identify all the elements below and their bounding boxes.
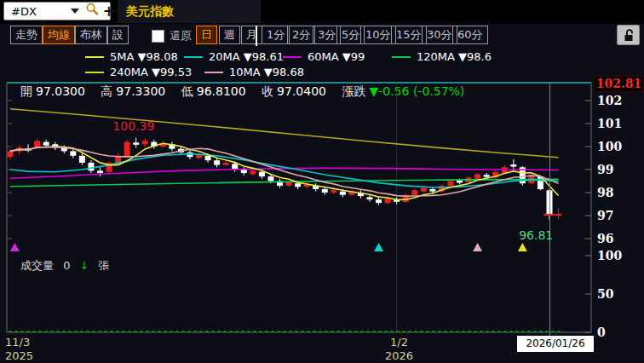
volume-axis-label: 50: [597, 287, 614, 301]
candle: [79, 153, 85, 165]
price-axis-label: 96: [597, 232, 613, 245]
price-axis-label: 100: [597, 140, 622, 153]
date-axis-label: 2025: [5, 349, 33, 362]
candle: [26, 144, 32, 152]
candle: [106, 162, 112, 174]
candle: [313, 183, 319, 191]
date-axis-label: 1/2: [390, 336, 408, 349]
10ma-line: [10, 147, 559, 197]
volume-axis-label: 100: [597, 249, 622, 262]
price-axis-label: 99: [597, 163, 613, 176]
date-axis-label: 11/3: [5, 336, 30, 349]
volume-row: 成交量 0 ↓ 張: [20, 258, 110, 274]
crosshair-date-tooltip: 2026/01/26: [517, 336, 594, 352]
axis-max-price-badge: 102.81: [594, 76, 644, 92]
candle: [367, 195, 373, 202]
price-axis-label: 97: [597, 209, 613, 222]
signal-triangle-marker: [518, 243, 527, 251]
price-annotation: 96.81: [519, 228, 553, 242]
candle: [250, 170, 256, 176]
volume-value: 0: [63, 259, 70, 272]
candle: [555, 208, 561, 220]
volume-unit: 張: [99, 259, 110, 272]
candle: [358, 190, 364, 198]
signal-triangle-marker: [374, 243, 383, 251]
price-annotation: 100.39: [112, 119, 154, 133]
price-axis-label: 98: [597, 186, 613, 199]
price-axis-label: 101: [597, 117, 622, 130]
candle: [196, 153, 202, 159]
signal-triangle-marker: [10, 243, 20, 251]
candle: [97, 167, 103, 176]
candle: [394, 197, 400, 204]
240ma-line: [10, 109, 559, 158]
candle: [474, 173, 480, 180]
date-axis-label: 2026: [385, 349, 413, 362]
candle: [214, 158, 220, 168]
price-axis-label: 102: [597, 94, 622, 107]
candle: [133, 137, 139, 147]
volume-label: 成交量: [20, 259, 54, 272]
candle: [411, 189, 417, 196]
candle: [403, 193, 409, 203]
down-arrow-icon: ↓: [80, 259, 89, 272]
candle: [142, 139, 148, 147]
candlestick-chart[interactable]: 10210110099989796100500100.3996.81: [0, 0, 644, 363]
candle: [70, 149, 76, 158]
candle: [376, 197, 382, 205]
candle: [88, 160, 94, 173]
candle: [151, 140, 157, 149]
candle: [223, 160, 229, 166]
trading-app-window: #DX + 美元指數 走勢 均線 布林 設 還原 日 週 月 1分 2分 3分 …: [0, 0, 644, 363]
volume-axis-label: 0: [597, 326, 606, 339]
signal-triangle-marker: [473, 243, 482, 251]
candle: [510, 159, 516, 171]
candle: [277, 179, 283, 188]
candle: [447, 180, 453, 187]
candle: [169, 142, 175, 152]
candle: [124, 140, 130, 158]
